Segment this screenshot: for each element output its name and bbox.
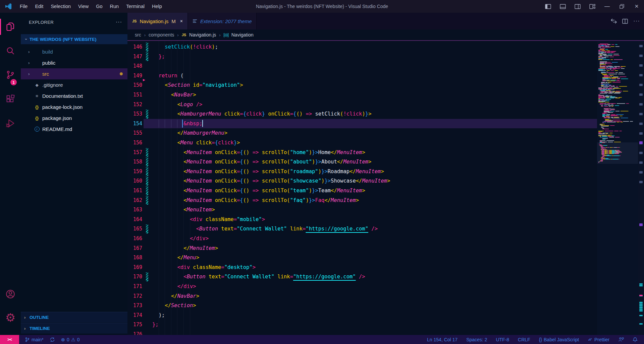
code-line-146[interactable]: 146 setClick(!click); [127, 42, 597, 52]
code-line-166[interactable]: 166 </div> [127, 234, 597, 244]
minimize-button[interactable]: — [600, 0, 614, 13]
code-line-171[interactable]: 171 </div> [127, 282, 597, 291]
menu-edit[interactable]: Edit [31, 2, 47, 10]
tab-navigation-js[interactable]: JS Navigation.js M × [127, 13, 188, 29]
code-line-176[interactable]: 176 [127, 330, 597, 335]
menu-go[interactable]: Go [92, 2, 106, 10]
menu-selection[interactable]: Selection [47, 2, 74, 10]
code-line-147[interactable]: 147 }; [127, 52, 597, 62]
code-line-167[interactable]: 167 </MenuItem> [127, 244, 597, 253]
settings-gear-icon[interactable]: ⚙ [0, 309, 21, 326]
code-line-164[interactable]: 164 <div className="mobile"> [127, 215, 597, 224]
chevron-right-icon: › [28, 49, 34, 54]
git-branch-item[interactable]: main* [22, 335, 47, 344]
toggle-primary-sidebar-icon[interactable] [541, 0, 555, 13]
git-modified-gutter-mark [146, 157, 148, 166]
code-line-154[interactable]: 154 &nbsp; [127, 119, 597, 129]
file-readme-md[interactable]: iREADME.md [21, 124, 127, 135]
menu-help[interactable]: Help [148, 2, 166, 10]
code-line-174[interactable]: 174 ); [127, 311, 597, 320]
account-icon[interactable] [0, 286, 21, 302]
folder-public[interactable]: ›public [21, 57, 127, 68]
code-line-148[interactable]: 148 [127, 61, 597, 71]
code-line-165[interactable]: 165 <Button text="Connect Wallet" link="… [127, 224, 597, 234]
encoding-item[interactable]: UTF-8 [493, 335, 512, 344]
code-line-152[interactable]: 152 <Logo /> [127, 100, 597, 110]
explorer-more-actions-icon[interactable]: ··· [116, 19, 122, 25]
code-line-170[interactable]: 170 <Button text="Connect Wallet" link="… [127, 272, 597, 282]
indentation-item[interactable]: Spaces: 2 [463, 335, 490, 344]
code-editor[interactable]: 146 setClick(!click);147 };148149 return… [127, 41, 597, 335]
language-mode-item[interactable]: {} Babel JavaScript [536, 335, 582, 344]
folder-build[interactable]: ›build [21, 46, 127, 57]
overview-ruler-mark [639, 55, 643, 57]
notifications-bell-icon[interactable] [630, 335, 641, 344]
code-line-157[interactable]: 157 <MenuItem onClick={() => scrollTo("h… [127, 148, 597, 157]
breadcrumb-file[interactable]: Navigation.js [189, 32, 216, 38]
remote-indicator[interactable]: >< [0, 335, 19, 344]
code-line-156[interactable]: 156 <Menu click={click}> [127, 138, 597, 148]
file-documentation-txt[interactable]: ≡Documentation.txt [21, 90, 127, 101]
more-actions-icon[interactable]: ··· [633, 18, 640, 24]
toggle-secondary-sidebar-icon[interactable] [570, 0, 585, 13]
timeline-panel-header[interactable]: › TIMELINE [21, 323, 127, 334]
code-line-162[interactable]: 162 <MenuItem onClick={() => scrollTo("f… [127, 196, 597, 205]
fold-arrow-icon[interactable]: ▶ [143, 75, 145, 85]
menu-terminal[interactable]: Terminal [122, 2, 148, 10]
code-line-173[interactable]: 173 </Section> [127, 301, 597, 311]
menu-view[interactable]: View [74, 2, 92, 10]
code-line-158[interactable]: 158 <MenuItem onClick={() => scrollTo("a… [127, 157, 597, 167]
breadcrumb-components[interactable]: components [149, 32, 174, 38]
cursor-position-item[interactable]: Ln 154, Col 17 [424, 335, 461, 344]
folder-src[interactable]: ›src [21, 68, 127, 79]
explorer-icon[interactable] [0, 19, 21, 35]
formatter-item[interactable]: ✓✓ Prettier [585, 335, 612, 344]
code-line-175[interactable]: 175}; [127, 320, 597, 330]
minimap[interactable] [597, 41, 644, 335]
tab-label: Navigation.js [140, 18, 168, 24]
code-line-159[interactable]: 159 <MenuItem onClick={() => scrollTo("r… [127, 167, 597, 177]
menu-file[interactable]: File [16, 2, 31, 10]
code-line-160[interactable]: 160 <MenuItem onClick={() => scrollTo("s… [127, 176, 597, 186]
close-tab-icon[interactable]: × [180, 18, 183, 24]
code-line-150[interactable]: 150▶ <Section id="navigation"> [127, 80, 597, 90]
file-package-json[interactable]: {}package.json [21, 113, 127, 124]
overview-ruler-mark [639, 323, 643, 325]
file-package-lock-json[interactable]: {}package-lock.json [21, 101, 127, 113]
code-line-172[interactable]: 172 </NavBar> [127, 291, 597, 301]
menu-run[interactable]: Run [106, 2, 123, 10]
code-line-153[interactable]: 153 <HamburgerMenu click={click} onClick… [127, 109, 597, 119]
code-line-155[interactable]: 155 </HamburgerMenu> [127, 128, 597, 138]
code-line-151[interactable]: 151 <NavBar> [127, 90, 597, 100]
file--gitignore[interactable]: ◆.gitignore [21, 79, 127, 90]
code-line-163[interactable]: 163 <MenuItem> [127, 205, 597, 215]
minimap-slider[interactable] [597, 142, 638, 164]
feedback-item[interactable] [615, 335, 627, 344]
breadcrumb-src[interactable]: src [135, 32, 141, 38]
run-debug-icon[interactable] [0, 115, 21, 131]
code-line-161[interactable]: 161 <MenuItem onClick={() => scrollTo("t… [127, 186, 597, 196]
code-text: &nbsp; [152, 119, 202, 129]
search-icon[interactable] [0, 43, 21, 59]
current-line-highlight [144, 119, 597, 129]
code-line-169[interactable]: 169 <div className="desktop"> [127, 263, 597, 272]
code-line-168[interactable]: 168 </Menu> [127, 253, 597, 263]
breadcrumbs: src › components › JS Navigation.js › [◎… [127, 29, 644, 40]
breadcrumb-symbol[interactable]: Navigation [231, 32, 254, 38]
compare-changes-icon[interactable] [611, 18, 617, 24]
problems-item[interactable]: ⊗ 0 ⚠ 0 [58, 335, 83, 344]
line-number: 151 [127, 90, 142, 100]
toggle-panel-icon[interactable] [555, 0, 570, 13]
tab-extension-2077-theme[interactable]: Extension: 2077 theme [188, 13, 257, 29]
close-button[interactable]: ✕ [629, 0, 644, 13]
outline-panel-header[interactable]: › OUTLINE [21, 312, 127, 323]
restore-button[interactable] [614, 0, 629, 13]
sync-changes-button[interactable] [47, 335, 58, 344]
split-editor-icon[interactable] [622, 19, 628, 24]
overview-ruler [638, 41, 644, 335]
eol-item[interactable]: CRLF [515, 335, 533, 344]
extensions-icon[interactable] [0, 91, 21, 107]
code-line-149[interactable]: 149 return ( [127, 71, 597, 81]
project-root-row[interactable]: › THE WEIRDOS (NFT WEBSITE) [21, 34, 127, 44]
customize-layout-icon[interactable] [585, 0, 600, 13]
